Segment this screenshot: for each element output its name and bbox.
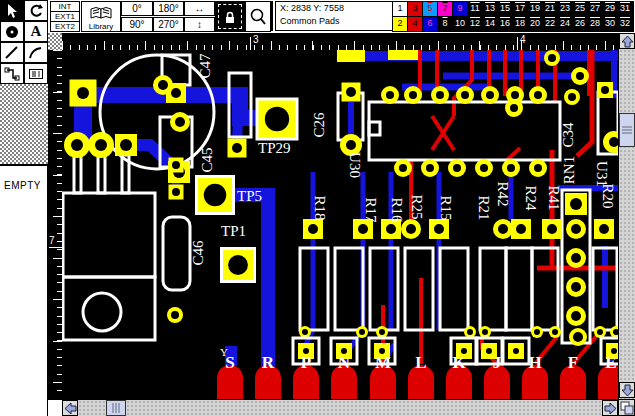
pcb-connector-letter: M xyxy=(375,353,391,372)
palette-color-1[interactable]: 1 xyxy=(393,2,407,16)
palette-color-32[interactable]: 32 xyxy=(618,17,632,31)
palette-color-28[interactable]: 28 xyxy=(588,17,602,31)
pcb-label: C26 xyxy=(311,112,327,138)
arc-tool-button[interactable] xyxy=(24,42,48,63)
pcb-label: RN1 xyxy=(561,156,577,184)
line-tool-button[interactable] xyxy=(0,42,24,63)
palette-color-21[interactable]: 21 xyxy=(543,2,557,16)
arc-icon xyxy=(28,45,44,61)
pcb-label: R24 xyxy=(523,185,539,211)
component-icon xyxy=(28,66,44,82)
pcb-connector-letter: Y xyxy=(220,346,228,358)
scroll-down-button[interactable] xyxy=(619,382,635,398)
lock-selection-button[interactable] xyxy=(215,1,245,32)
palette-color-6[interactable]: 6 xyxy=(423,17,437,31)
library-button[interactable]: Library xyxy=(81,1,121,32)
pcb-connector-letter: J xyxy=(493,353,502,372)
pcb-label: C47 xyxy=(197,53,213,79)
palette-color-24[interactable]: 24 xyxy=(558,17,572,31)
window: A INT EXT1 EXT2 xyxy=(0,0,635,416)
ruler-label: 3 xyxy=(253,34,259,45)
palette-color-7[interactable]: 7 xyxy=(438,2,452,16)
pcb-label: TP29 xyxy=(258,140,291,156)
palette-color-19[interactable]: 19 xyxy=(528,2,542,16)
rotate-270-button[interactable]: 270° xyxy=(153,17,184,32)
ruler-label: 7 xyxy=(49,235,55,246)
palette-color-14[interactable]: 14 xyxy=(483,17,497,31)
text-tool-button[interactable]: A xyxy=(24,21,48,42)
rotate-90-button[interactable]: 90° xyxy=(121,17,153,32)
palette-color-11[interactable]: 11 xyxy=(468,2,482,16)
layer-ext2-button[interactable]: EXT2 xyxy=(50,21,80,32)
palette-color-9[interactable]: 9 xyxy=(453,2,467,16)
scroll-left-button[interactable] xyxy=(62,400,78,416)
coordinate-readout: X: 2838 Y: 7558 xyxy=(280,2,394,15)
palette-color-23[interactable]: 23 xyxy=(558,2,572,16)
pointer-tool-button[interactable] xyxy=(0,0,24,21)
palette-color-8[interactable]: 8 xyxy=(438,17,452,31)
scroll-up-button[interactable] xyxy=(619,33,635,49)
palette-color-18[interactable]: 18 xyxy=(513,17,527,31)
palette-color-17[interactable]: 17 xyxy=(513,2,527,16)
palette-color-10[interactable]: 10 xyxy=(453,17,467,31)
window-resize-button[interactable] xyxy=(618,399,635,416)
pcb-connector-letter: E xyxy=(605,353,616,372)
palette-color-27[interactable]: 27 xyxy=(588,2,602,16)
ruler-left: 7 xyxy=(48,50,62,399)
palette-color-2[interactable]: 2 xyxy=(393,17,407,31)
pcb-label: R18 xyxy=(312,195,328,220)
palette-color-15[interactable]: 15 xyxy=(498,2,512,16)
palette-color-26[interactable]: 26 xyxy=(573,17,587,31)
horizontal-scrollbar[interactable] xyxy=(62,399,618,416)
palette-color-30[interactable]: 30 xyxy=(603,17,617,31)
palette-color-3[interactable]: 3 xyxy=(408,2,422,16)
trace-tool-button[interactable] xyxy=(0,63,24,84)
vertical-scrollbar[interactable] xyxy=(618,33,635,399)
zoom-tool-button[interactable] xyxy=(245,1,271,32)
arrow-right-icon xyxy=(604,402,617,415)
pcb-canvas[interactable]: C47C45C26C46C34TP29TP5TP1U30R18R17R16R25… xyxy=(62,50,618,399)
selection-info-panel: EMPTY xyxy=(0,164,48,416)
palette-color-20[interactable]: 20 xyxy=(528,17,542,31)
mode-readout: Common Pads xyxy=(280,15,394,28)
palette-color-25[interactable]: 25 xyxy=(573,2,587,16)
palette-color-12[interactable]: 12 xyxy=(468,17,482,31)
arrow-up-icon xyxy=(621,35,634,48)
cursor-coordinates: X: 2838 Y: 7558 Common Pads xyxy=(275,1,395,31)
book-icon xyxy=(88,5,114,22)
rotate-0-button[interactable]: 0° xyxy=(121,1,153,16)
vertical-scroll-thumb[interactable] xyxy=(619,113,635,147)
color-palette: 1234567891011121314151617181920212223242… xyxy=(392,1,634,32)
rotate-180-button[interactable]: 180° xyxy=(153,1,184,16)
palette-color-4[interactable]: 4 xyxy=(408,17,422,31)
horizontal-scroll-thumb[interactable] xyxy=(106,400,126,416)
arrow-down-icon xyxy=(621,384,634,397)
pcb-label: R16 xyxy=(389,197,405,223)
pcb-label: R15 xyxy=(438,195,454,220)
pcb-label: C34 xyxy=(560,122,576,148)
component-tool-button[interactable] xyxy=(24,63,48,84)
flip-vertical-button[interactable]: ↕ xyxy=(184,17,215,32)
trace-icon xyxy=(4,66,20,82)
rotate-tool-button[interactable] xyxy=(24,0,48,21)
pcb-connector-letter: P xyxy=(301,353,311,372)
empty-label: EMPTY xyxy=(4,180,47,191)
palette-color-5[interactable]: 5 xyxy=(423,2,437,16)
palette-color-31[interactable]: 31 xyxy=(618,2,632,16)
magnifier-icon xyxy=(249,7,267,27)
palette-color-13[interactable]: 13 xyxy=(483,2,497,16)
text-tool-icon: A xyxy=(31,23,42,40)
ruler-top: 34 xyxy=(62,33,618,50)
pcb-label: TP5 xyxy=(237,188,262,204)
palette-color-16[interactable]: 16 xyxy=(498,17,512,31)
pcb-connector-letter: K xyxy=(452,353,466,372)
scroll-right-button[interactable] xyxy=(602,400,618,416)
pcb-label: R42 xyxy=(495,181,511,206)
library-label: Library xyxy=(89,22,113,31)
pad-tool-button[interactable] xyxy=(0,21,24,42)
rotate-icon xyxy=(28,3,44,19)
palette-color-29[interactable]: 29 xyxy=(603,2,617,16)
flip-horizontal-button[interactable]: ↔ xyxy=(184,1,215,16)
pcb-connector-letter: R xyxy=(262,353,275,372)
palette-color-22[interactable]: 22 xyxy=(543,17,557,31)
